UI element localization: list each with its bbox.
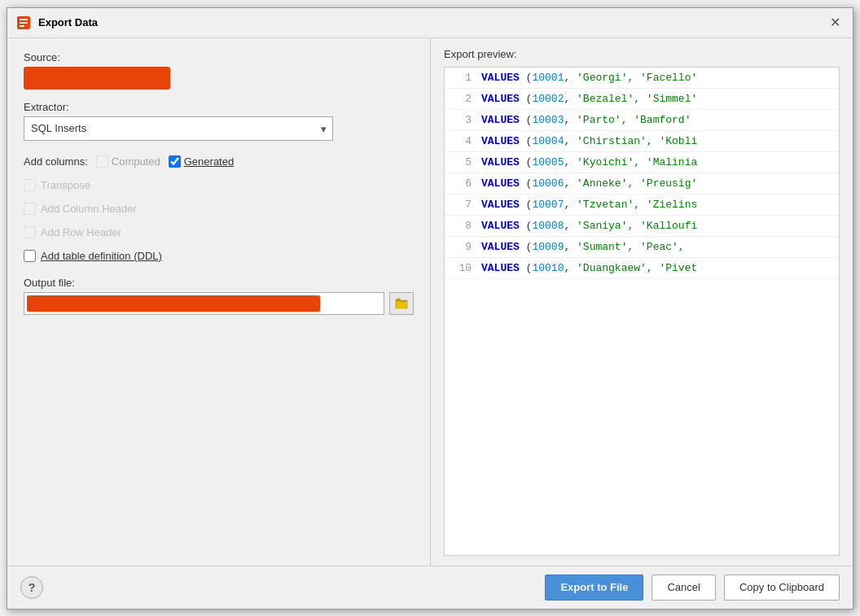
source-value-redacted — [24, 67, 170, 90]
line-number: 3 — [445, 114, 481, 126]
table-row: 2VALUES (10002, 'Bezalel', 'Simmel' — [445, 89, 839, 110]
output-file-input-wrapper — [24, 292, 384, 315]
right-panel: Export preview: 1VALUES (10001, 'Georgi'… — [431, 38, 853, 566]
preview-label: Export preview: — [444, 48, 840, 60]
svg-rect-3 — [20, 25, 24, 27]
line-number: 6 — [445, 177, 481, 190]
table-row: 9VALUES (10009, 'Sumant', 'Peac', — [445, 237, 839, 258]
source-label: Source: — [24, 51, 414, 63]
row-content: VALUES (10008, 'Saniya', 'Kalloufi — [481, 220, 697, 232]
table-row: 10VALUES (10010, 'Duangkaew', 'Pivet — [445, 258, 839, 279]
add-column-header-row: Add Column Header — [24, 203, 414, 215]
table-row: 3VALUES (10003, 'Parto', 'Bamford' — [445, 110, 839, 131]
row-content: VALUES (10006, 'Anneke', 'Preusig' — [481, 177, 697, 190]
add-columns-label: Add columns: — [24, 155, 88, 168]
svg-rect-2 — [20, 22, 28, 24]
table-row: 1VALUES (10001, 'Georgi', 'Facello' — [445, 68, 839, 89]
table-row: 8VALUES (10008, 'Saniya', 'Kalloufi — [445, 216, 839, 237]
row-content: VALUES (10001, 'Georgi', 'Facello' — [481, 72, 697, 84]
extractor-label: Extractor: — [24, 101, 414, 113]
computed-checkbox[interactable] — [96, 155, 108, 168]
add-columns-row: Add columns: Computed Generated — [24, 155, 414, 168]
transpose-label: Transpose — [41, 179, 90, 191]
extractor-select[interactable]: SQL Inserts CSV Tab-separated JSON — [24, 116, 333, 141]
generated-checkbox[interactable] — [169, 155, 181, 168]
generated-checkbox-group: Generated — [169, 155, 234, 168]
row-content: VALUES (10010, 'Duangkaew', 'Pivet — [481, 262, 697, 274]
output-file-row — [24, 292, 414, 315]
folder-icon — [395, 298, 408, 309]
row-content: VALUES (10004, 'Chirstian', 'Kobli — [481, 135, 697, 147]
dialog-icon — [15, 15, 32, 31]
table-row: 7VALUES (10007, 'Tzvetan', 'Zielins — [445, 194, 839, 216]
transpose-checkbox[interactable] — [24, 179, 36, 191]
add-row-header-checkbox[interactable] — [24, 226, 36, 238]
browse-folder-button[interactable] — [389, 292, 414, 315]
line-number: 9 — [445, 241, 481, 253]
left-panel: Source: Extractor: SQL Inserts CSV Tab-s… — [7, 38, 431, 566]
export-to-file-button[interactable]: Export to File — [545, 574, 643, 601]
table-row: 6VALUES (10006, 'Anneke', 'Preusig' — [445, 173, 839, 194]
row-content: VALUES (10005, 'Kyoichi', 'Malinia — [481, 156, 697, 168]
extractor-group: Extractor: SQL Inserts CSV Tab-separated… — [24, 101, 414, 141]
row-content: VALUES (10007, 'Tzvetan', 'Zielins — [481, 199, 697, 211]
title-bar: Export Data ✕ — [7, 8, 853, 38]
line-number: 4 — [445, 135, 481, 147]
add-row-header-row: Add Row Header — [24, 226, 414, 238]
row-content: VALUES (10003, 'Parto', 'Bamford' — [481, 114, 691, 126]
line-number: 1 — [445, 72, 481, 84]
dialog-body: Source: Extractor: SQL Inserts CSV Tab-s… — [7, 38, 853, 566]
add-column-header-label: Add Column Header — [41, 203, 137, 215]
line-number: 10 — [445, 262, 481, 274]
generated-label: Generated — [184, 155, 234, 168]
output-file-label: Output file: — [24, 277, 414, 289]
horizontal-scrollbar[interactable] — [445, 555, 839, 556]
row-content: VALUES (10002, 'Bezalel', 'Simmel' — [481, 93, 697, 105]
title-bar-left: Export Data — [15, 15, 98, 31]
svg-rect-1 — [20, 19, 28, 20]
dialog-title: Export Data — [38, 16, 98, 28]
help-button[interactable]: ? — [20, 576, 43, 599]
add-row-header-label: Add Row Header — [41, 226, 121, 238]
table-row: 5VALUES (10005, 'Kyoichi', 'Malinia — [445, 152, 839, 173]
bottom-bar: ? Export to File Cancel Copy to Clipboar… — [7, 566, 853, 609]
row-content: VALUES (10009, 'Sumant', 'Peac', — [481, 241, 685, 253]
close-button[interactable]: ✕ — [825, 13, 845, 33]
extractor-select-wrapper: SQL Inserts CSV Tab-separated JSON ▾ — [24, 116, 333, 141]
add-table-definition-checkbox[interactable] — [24, 250, 36, 262]
computed-label: Computed — [112, 155, 160, 168]
output-file-value-redacted — [27, 295, 320, 312]
source-group: Source: — [24, 51, 414, 90]
line-number: 7 — [445, 199, 481, 211]
add-column-header-checkbox[interactable] — [24, 203, 36, 215]
line-number: 8 — [445, 220, 481, 232]
export-dialog: Export Data ✕ Source: Extractor: SQL Ins… — [7, 7, 853, 609]
preview-box[interactable]: 1VALUES (10001, 'Georgi', 'Facello'2VALU… — [444, 67, 840, 556]
output-file-section: Output file: — [24, 277, 414, 315]
table-row: 4VALUES (10004, 'Chirstian', 'Kobli — [445, 131, 839, 152]
computed-checkbox-group: Computed — [96, 155, 160, 168]
line-number: 2 — [445, 93, 481, 105]
transpose-row: Transpose — [24, 179, 414, 191]
copy-to-clipboard-button[interactable]: Copy to Clipboard — [724, 574, 840, 601]
add-table-definition-label: Add table definition (DDL) — [41, 250, 162, 262]
cancel-button[interactable]: Cancel — [652, 574, 715, 601]
add-table-definition-row: Add table definition (DDL) — [24, 250, 414, 262]
preview-table: 1VALUES (10001, 'Georgi', 'Facello'2VALU… — [445, 68, 839, 555]
line-number: 5 — [445, 156, 481, 168]
